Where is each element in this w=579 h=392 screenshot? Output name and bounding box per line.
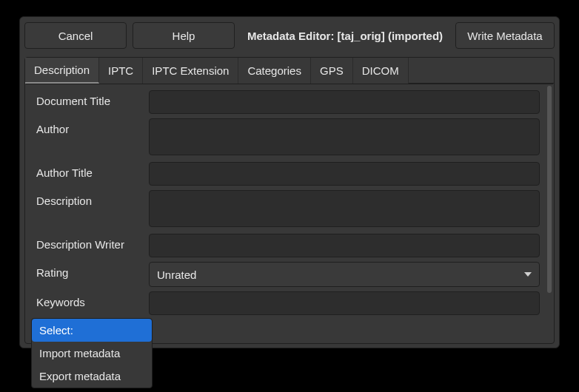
- tab-gps[interactable]: GPS: [311, 58, 353, 84]
- form-area: Document Title Author Author Title Descr…: [26, 84, 553, 342]
- tab-description[interactable]: Description: [25, 58, 99, 84]
- document-title-input[interactable]: [149, 90, 540, 114]
- chevron-down-icon: [524, 272, 532, 277]
- dialog-header: Cancel Help Metadata Editor: [taj_orig] …: [24, 21, 555, 50]
- label-author-title: Author Title: [36, 162, 149, 179]
- tab-dicom[interactable]: DICOM: [353, 58, 409, 84]
- rating-value: Unrated: [157, 268, 196, 281]
- author-title-input[interactable]: [149, 162, 540, 186]
- context-menu: Select: Import metadata Export metadata: [31, 318, 153, 388]
- tab-bar: Description IPTC IPTC Extension Categori…: [25, 58, 554, 84]
- dialog-body: Description IPTC IPTC Extension Categori…: [24, 57, 555, 344]
- label-keywords: Keywords: [36, 291, 149, 308]
- row-rating: Rating Unrated: [36, 262, 540, 287]
- tab-categories[interactable]: Categories: [238, 58, 311, 84]
- scrollbar-thumb[interactable]: [547, 86, 552, 293]
- tab-filler: [409, 58, 554, 84]
- author-input[interactable]: [149, 118, 540, 155]
- description-writer-input[interactable]: [149, 234, 540, 257]
- rating-select[interactable]: Unrated: [149, 262, 540, 287]
- context-menu-header: Select:: [32, 319, 152, 342]
- write-metadata-button[interactable]: Write Metadata: [455, 22, 555, 49]
- dialog-title: Metadata Editor: [taj_orig] (imported): [241, 30, 449, 42]
- row-description-writer: Description Writer: [36, 234, 540, 257]
- label-document-title: Document Title: [36, 90, 149, 107]
- row-document-title: Document Title: [36, 90, 540, 114]
- metadata-editor-dialog: Cancel Help Metadata Editor: [taj_orig] …: [19, 16, 560, 348]
- tab-iptc-extension[interactable]: IPTC Extension: [143, 58, 238, 84]
- row-author: Author: [36, 118, 540, 158]
- export-metadata-item[interactable]: Export metadata: [32, 365, 152, 388]
- help-button[interactable]: Help: [133, 22, 235, 49]
- keywords-input[interactable]: [149, 291, 540, 315]
- row-author-title: Author Title: [36, 162, 540, 186]
- form-scroll: Document Title Author Author Title Descr…: [26, 84, 546, 342]
- row-keywords: Keywords: [36, 291, 540, 315]
- label-description-writer: Description Writer: [36, 234, 149, 251]
- cancel-button[interactable]: Cancel: [24, 22, 127, 49]
- label-description: Description: [36, 190, 149, 207]
- label-author: Author: [36, 118, 149, 135]
- tab-iptc[interactable]: IPTC: [99, 58, 143, 84]
- import-metadata-item[interactable]: Import metadata: [32, 342, 152, 365]
- description-input[interactable]: [149, 190, 540, 227]
- row-description: Description: [36, 190, 540, 229]
- label-rating: Rating: [36, 262, 149, 279]
